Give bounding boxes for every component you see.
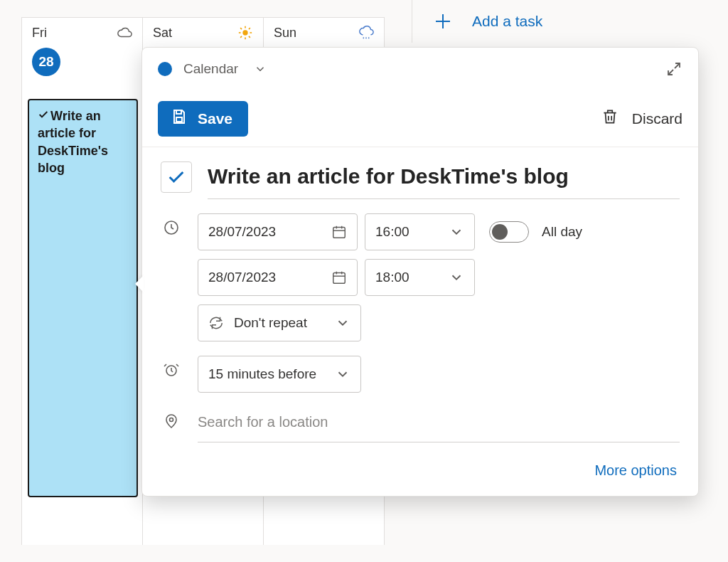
repeat-field[interactable]: Don't repeat [198,304,361,341]
popup-arrow [135,275,144,292]
calendar-picker-label[interactable]: Calendar [183,61,238,77]
svg-line-7 [240,36,242,38]
date-today-chip[interactable]: 28 [32,48,60,76]
add-task-label: Add a task [472,13,542,30]
end-date-field[interactable]: 28/07/2023 [198,259,358,296]
calendar-event-block[interactable]: Write an article for DeskTime's blog [28,99,138,497]
day-col-fri[interactable]: Fri 28 Write an article for DeskTime's b… [21,18,143,545]
more-options-link[interactable]: More options [594,462,677,479]
expand-icon[interactable] [665,60,682,78]
chevron-down-icon [335,366,350,382]
svg-line-5 [240,28,242,29]
cloud-icon [117,25,132,41]
start-date-field[interactable]: 28/07/2023 [198,213,358,250]
plus-icon [432,11,454,32]
sun-icon [237,25,253,41]
chevron-down-icon[interactable] [254,63,267,75]
calendar-color-dot[interactable] [158,62,172,76]
calendar-icon [331,270,347,285]
task-checkbox[interactable] [161,161,192,193]
save-button[interactable]: Save [158,101,248,137]
all-day-toggle[interactable] [489,221,529,243]
event-title-input[interactable] [208,161,680,198]
rain-icon [358,25,374,41]
repeat-icon [208,315,224,331]
svg-point-0 [242,30,247,35]
start-time-field[interactable]: 16:00 [365,213,475,250]
clock-icon [161,213,182,236]
discard-button[interactable]: Discard [601,107,682,129]
all-day-label: All day [542,224,582,240]
day-label: Fri [32,26,47,41]
chevron-down-icon [335,315,350,331]
add-task-row[interactable]: Add a task [412,0,728,43]
svg-line-6 [249,36,250,38]
reminder-field[interactable]: 15 minutes before [198,356,361,393]
svg-rect-14 [176,117,182,122]
svg-point-27 [170,418,173,422]
location-icon [161,407,182,430]
save-icon [171,108,188,129]
quick-compose-popup: Calendar Save Discard [141,47,699,497]
svg-rect-18 [333,228,346,238]
reminder-icon [161,356,182,378]
task-check-icon [38,107,49,116]
chevron-down-icon [449,224,464,240]
trash-icon [601,107,619,129]
end-time-field[interactable]: 18:00 [365,259,475,296]
calendar-icon [331,224,347,240]
svg-rect-22 [333,273,346,284]
day-label: Sun [274,26,296,41]
day-label: Sat [153,26,172,41]
svg-line-8 [249,28,250,29]
location-input[interactable] [198,407,378,442]
chevron-down-icon [449,270,464,285]
